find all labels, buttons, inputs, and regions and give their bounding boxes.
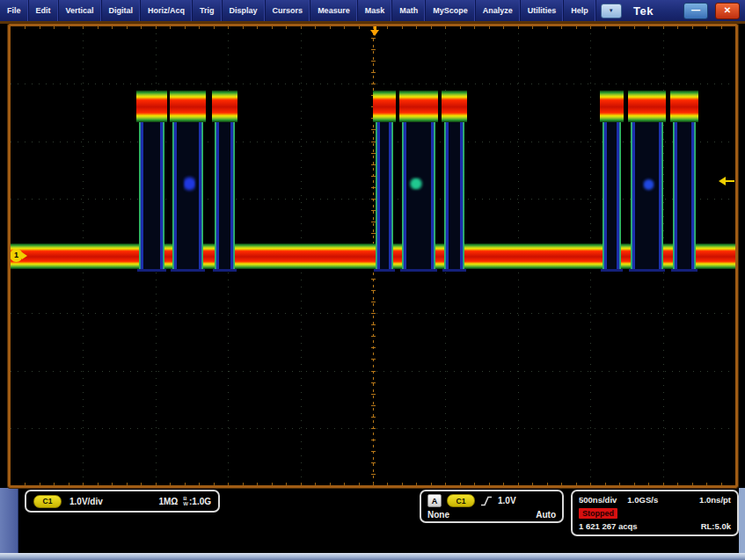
frame-tick-top bbox=[416, 26, 417, 29]
frame-tick-bottom bbox=[706, 483, 707, 485]
center-axis-tick bbox=[371, 38, 376, 39]
menu-item-horiz-acq[interactable]: Horiz/Acq bbox=[141, 0, 193, 21]
frame-tick-bottom bbox=[489, 483, 490, 485]
frame-tick-bottom bbox=[503, 483, 504, 485]
frame-tick-bottom bbox=[40, 483, 40, 485]
pulse-interior bbox=[174, 120, 201, 269]
bottom-frame-strip bbox=[0, 553, 745, 560]
frame-tick-top bbox=[301, 26, 302, 29]
center-axis-tick bbox=[371, 474, 376, 475]
center-axis-tick bbox=[371, 72, 376, 73]
menu-item-measure[interactable]: Measure bbox=[310, 0, 358, 21]
frame-tick-bottom bbox=[576, 483, 577, 485]
menu-item-help[interactable]: Help bbox=[564, 0, 596, 21]
frame-tick-bottom bbox=[373, 483, 374, 485]
menu-item-file[interactable]: File bbox=[0, 0, 29, 21]
frame-tick-bottom bbox=[214, 483, 215, 485]
bandwidth-value: :1.0G bbox=[189, 497, 211, 506]
frame-tick-top bbox=[677, 26, 678, 29]
right-frame-strip bbox=[739, 488, 745, 553]
menu-item-cursors[interactable]: Cursors bbox=[266, 0, 311, 21]
frame-tick-top bbox=[127, 26, 128, 29]
frame-tick-top bbox=[170, 26, 171, 29]
pulse-inner-streak bbox=[605, 120, 607, 269]
trigger-mode: Auto bbox=[536, 510, 556, 520]
trigger-channel-badge[interactable]: C1 bbox=[447, 494, 475, 507]
waveform-baseline-band bbox=[11, 244, 735, 269]
frame-tick-top bbox=[243, 26, 244, 29]
menu-item-math[interactable]: Math bbox=[392, 0, 426, 21]
center-axis-tick bbox=[371, 84, 376, 84]
pulse-undershoot bbox=[137, 269, 166, 272]
frame-tick-bottom bbox=[330, 483, 331, 485]
frame-tick-top bbox=[228, 26, 229, 29]
frame-tick-top bbox=[199, 26, 200, 29]
menu-item-trig[interactable]: Trig bbox=[193, 0, 223, 21]
pulse-inner-streak bbox=[447, 120, 449, 269]
frame-tick-bottom bbox=[272, 483, 273, 485]
channel-badge[interactable]: C1 bbox=[33, 495, 62, 508]
frame-tick-top bbox=[706, 26, 707, 29]
center-axis-tick bbox=[371, 302, 376, 302]
frame-tick-top bbox=[156, 26, 157, 29]
frame-tick-bottom bbox=[54, 483, 55, 485]
trigger-source-badge: A bbox=[427, 494, 442, 507]
acquisition-readout-box[interactable]: 500ns/div 1.0GS/s 1.0ns/pt Stopped 1 621… bbox=[571, 490, 739, 536]
bandwidth-icon: B W bbox=[183, 496, 188, 506]
menu-item-myscope[interactable]: MyScope bbox=[426, 0, 476, 21]
frame-tick-bottom bbox=[677, 483, 678, 485]
pulse-top-band bbox=[600, 91, 624, 122]
frame-tick-top bbox=[141, 26, 142, 29]
frame-tick-top bbox=[54, 26, 55, 29]
frame-tick-bottom bbox=[127, 483, 128, 485]
center-axis-tick bbox=[371, 440, 376, 440]
trigger-level-arrow[interactable] bbox=[725, 180, 734, 182]
resolution-value: 1.0ns/pt bbox=[699, 495, 731, 505]
frame-tick-bottom bbox=[431, 483, 432, 485]
menu-item-vertical[interactable]: Vertical bbox=[59, 0, 102, 21]
frame-tick-bottom bbox=[460, 483, 461, 485]
pulse-interior bbox=[404, 120, 434, 269]
center-axis-tick bbox=[371, 279, 376, 280]
channel-marker-arrow[interactable] bbox=[22, 252, 27, 259]
trigger-position-marker[interactable] bbox=[370, 30, 379, 36]
frame-tick-bottom bbox=[243, 483, 244, 485]
pulse-top-band bbox=[170, 91, 206, 122]
tek-logo: Tek bbox=[633, 4, 654, 18]
menu-item-edit[interactable]: Edit bbox=[29, 0, 59, 21]
frame-tick-bottom bbox=[359, 483, 360, 485]
center-axis-tick bbox=[371, 462, 376, 463]
frame-tick-bottom bbox=[315, 483, 316, 485]
menu-item-analyze[interactable]: Analyze bbox=[476, 0, 521, 21]
acquisition-count: 1 621 267 acqs bbox=[579, 521, 638, 531]
menu-item-mask[interactable]: Mask bbox=[358, 0, 393, 21]
frame-tick-top bbox=[402, 26, 403, 29]
frame-tick-bottom bbox=[141, 483, 142, 485]
close-button[interactable]: ✕ bbox=[715, 3, 740, 19]
center-axis-tick bbox=[371, 405, 376, 406]
frame-tick-top bbox=[692, 26, 693, 29]
oscilloscope-window: { "window": { "brand": "Tek", "minimize_… bbox=[0, 0, 745, 560]
frame-tick-top bbox=[518, 26, 519, 29]
frame-tick-bottom bbox=[648, 483, 649, 485]
frame-tick-top bbox=[619, 26, 620, 29]
help-dropdown-button[interactable]: ▼ bbox=[601, 4, 622, 18]
pulse-inner-streak bbox=[378, 120, 380, 269]
frame-tick-top bbox=[69, 26, 69, 29]
menu-item-utilities[interactable]: Utilities bbox=[521, 0, 565, 21]
center-axis-tick bbox=[371, 313, 376, 314]
minimize-button[interactable]: — bbox=[683, 3, 708, 19]
menu-item-display[interactable]: Display bbox=[223, 0, 266, 21]
pulse-top-band bbox=[670, 91, 698, 122]
frame-tick-bottom bbox=[228, 483, 229, 485]
frame-tick-top bbox=[445, 26, 446, 29]
channel-readout-box[interactable]: C1 1.0V/div 1MΩ B W :1.0G bbox=[25, 490, 220, 513]
pulse-undershoot bbox=[213, 269, 237, 272]
trigger-readout-box[interactable]: A C1 1.0V None Auto bbox=[420, 490, 564, 523]
frame-tick-bottom bbox=[199, 483, 200, 485]
menu-item-digital[interactable]: Digital bbox=[102, 0, 142, 21]
frame-tick-top bbox=[590, 26, 591, 29]
center-axis-tick bbox=[371, 49, 376, 50]
channel-scale: 1.0V/div bbox=[69, 497, 103, 506]
pulse-top-band bbox=[136, 91, 167, 122]
